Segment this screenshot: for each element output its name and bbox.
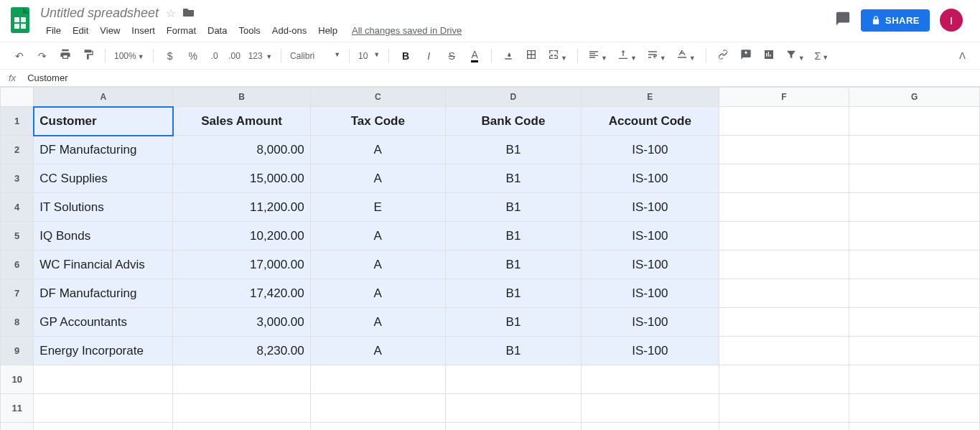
cell-A10[interactable] [34, 365, 173, 394]
row-header-5[interactable]: 5 [1, 222, 34, 251]
cell-E7[interactable]: IS-100 [582, 279, 719, 308]
number-format[interactable]: 123 ▼ [246, 51, 275, 61]
menu-edit[interactable]: Edit [67, 22, 94, 39]
cell-G10[interactable] [849, 365, 980, 394]
filter-icon[interactable]: ▼ [781, 45, 809, 66]
insert-link-icon[interactable] [712, 45, 734, 66]
menu-add-ons[interactable]: Add-ons [266, 22, 312, 39]
cell-D6[interactable]: B1 [445, 251, 581, 279]
collapse-toolbar-icon[interactable]: ᐱ [953, 47, 971, 64]
cell-C9[interactable]: A [310, 337, 445, 365]
cell-D1[interactable]: Bank Code [445, 107, 581, 136]
cell-G3[interactable] [849, 164, 980, 193]
italic-button[interactable]: I [418, 47, 439, 65]
cell-G2[interactable] [849, 136, 980, 164]
cell-C2[interactable]: A [310, 136, 445, 164]
cell-C12[interactable] [310, 423, 445, 431]
insert-chart-icon[interactable] [758, 45, 780, 66]
cell-B3[interactable]: 15,000.00 [173, 164, 310, 193]
format-percent[interactable]: % [182, 47, 204, 65]
cell-C3[interactable]: A [310, 164, 445, 193]
cell-F10[interactable] [719, 365, 849, 394]
cell-B2[interactable]: 8,000.00 [173, 136, 310, 164]
cell-F8[interactable] [719, 308, 849, 337]
cell-A3[interactable]: CC Supplies [34, 164, 173, 193]
font-select[interactable]: Calibri▼ [287, 51, 343, 61]
functions-icon[interactable]: Σ▼ [811, 47, 834, 65]
cell-C5[interactable]: A [310, 222, 445, 251]
select-all-corner[interactable] [1, 88, 34, 107]
formula-bar[interactable]: Customer [27, 73, 67, 83]
cell-G4[interactable] [849, 193, 980, 222]
merge-cells-button[interactable]: ▼ [543, 45, 571, 66]
cell-E9[interactable]: IS-100 [582, 337, 719, 365]
cell-B10[interactable] [173, 365, 310, 394]
cell-E5[interactable]: IS-100 [582, 222, 719, 251]
row-header-11[interactable]: 11 [1, 394, 34, 423]
cell-G9[interactable] [849, 337, 980, 365]
cell-C4[interactable]: E [310, 193, 445, 222]
cell-G7[interactable] [849, 279, 980, 308]
cell-C10[interactable] [310, 365, 445, 394]
row-header-6[interactable]: 6 [1, 251, 34, 279]
cell-D12[interactable] [445, 423, 581, 431]
row-header-10[interactable]: 10 [1, 365, 34, 394]
h-align-button[interactable]: ▼ [584, 45, 612, 66]
menu-format[interactable]: Format [161, 22, 202, 39]
increase-decimal[interactable]: .00 [225, 51, 244, 61]
cell-G11[interactable] [849, 394, 980, 423]
cell-A11[interactable] [34, 394, 173, 423]
cell-E4[interactable]: IS-100 [582, 193, 719, 222]
row-header-3[interactable]: 3 [1, 164, 34, 193]
cell-B4[interactable]: 11,200.00 [173, 193, 310, 222]
sheets-logo[interactable] [6, 6, 34, 34]
column-header-F[interactable]: F [719, 88, 849, 107]
account-avatar[interactable]: I [940, 9, 963, 32]
cell-D3[interactable]: B1 [445, 164, 581, 193]
cell-A5[interactable]: IQ Bonds [34, 222, 173, 251]
row-header-1[interactable]: 1 [1, 107, 34, 136]
column-header-B[interactable]: B [173, 88, 310, 107]
cell-B12[interactable] [173, 423, 310, 431]
v-align-button[interactable]: ▼ [613, 45, 641, 66]
cell-B1[interactable]: Sales Amount [173, 107, 310, 136]
cell-G12[interactable] [849, 423, 980, 431]
paint-format-icon[interactable] [78, 45, 99, 66]
cell-E6[interactable]: IS-100 [582, 251, 719, 279]
cell-A7[interactable]: DF Manufacturing [34, 279, 173, 308]
cell-B7[interactable]: 17,420.00 [173, 279, 310, 308]
cell-B11[interactable] [173, 394, 310, 423]
comments-icon[interactable] [835, 11, 851, 30]
cell-G5[interactable] [849, 222, 980, 251]
doc-title[interactable]: Untitled spreadsheet [40, 6, 159, 21]
column-header-A[interactable]: A [34, 88, 173, 107]
cell-D8[interactable]: B1 [445, 308, 581, 337]
cell-B8[interactable]: 3,000.00 [173, 308, 310, 337]
menu-help[interactable]: Help [312, 22, 343, 39]
borders-button[interactable] [521, 45, 542, 66]
menu-data[interactable]: Data [202, 22, 233, 39]
cell-F12[interactable] [719, 423, 849, 431]
cell-F6[interactable] [719, 251, 849, 279]
cell-F5[interactable] [719, 222, 849, 251]
cell-F4[interactable] [719, 193, 849, 222]
cell-E8[interactable]: IS-100 [582, 308, 719, 337]
cell-D7[interactable]: B1 [445, 279, 581, 308]
cell-F2[interactable] [719, 136, 849, 164]
cell-C8[interactable]: A [310, 308, 445, 337]
text-color-button[interactable]: A [464, 45, 485, 66]
cell-C11[interactable] [310, 394, 445, 423]
cell-E11[interactable] [582, 394, 719, 423]
cell-F1[interactable] [719, 107, 849, 136]
cell-E12[interactable] [582, 423, 719, 431]
fill-color-button[interactable] [498, 45, 519, 66]
column-header-G[interactable]: G [849, 88, 980, 107]
cell-D10[interactable] [445, 365, 581, 394]
bold-button[interactable]: B [395, 47, 416, 65]
cell-F3[interactable] [719, 164, 849, 193]
cell-D2[interactable]: B1 [445, 136, 581, 164]
text-wrap-button[interactable]: ▼ [643, 45, 671, 66]
menu-view[interactable]: View [94, 22, 126, 39]
cell-D4[interactable]: B1 [445, 193, 581, 222]
cell-A12[interactable] [34, 423, 173, 431]
